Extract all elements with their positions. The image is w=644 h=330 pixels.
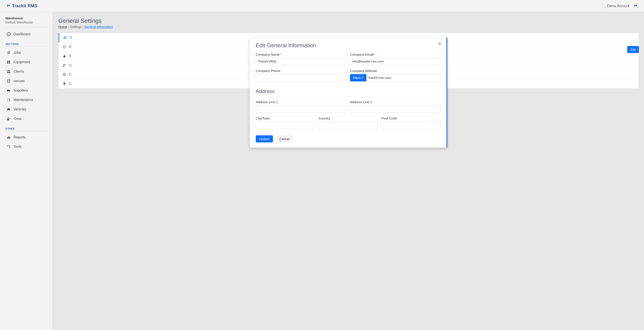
edit-button[interactable]: Edit (627, 46, 639, 53)
company-name-label: Company Name* (256, 53, 346, 57)
svg-rect-29 (64, 56, 65, 57)
city-label: City/Town (256, 116, 315, 120)
sidebar-item-venues[interactable]: venues (5, 76, 50, 86)
brand-logo-icon (6, 4, 10, 8)
edit-general-modal: ✕ Edit General Information Company Name*… (250, 37, 447, 148)
sidebar-item-suppliers[interactable]: Suppliers (5, 86, 50, 95)
svg-rect-5 (8, 53, 10, 53)
gear-icon (63, 36, 67, 40)
sidebar-item-label: Jobs (14, 51, 21, 55)
building-icon (7, 79, 10, 83)
tab-label: S (69, 54, 71, 58)
sidebar-item-jobs[interactable]: Jobs (5, 48, 50, 57)
warehouse-block: Warehouse: Default Warehouse (5, 16, 48, 27)
truck-icon (7, 89, 10, 92)
tab-label: G (70, 36, 72, 40)
page-title: General Settings (58, 18, 639, 24)
sidebar-item-crew[interactable]: Crew (5, 114, 50, 124)
svg-point-24 (8, 118, 9, 119)
svg-point-22 (8, 110, 8, 110)
city-input[interactable] (256, 122, 315, 129)
cancel-button[interactable]: Cancel (276, 135, 293, 142)
divider (602, 3, 603, 9)
svg-rect-11 (9, 62, 10, 64)
modal-title: Edit General Information (256, 42, 440, 49)
sidebar-item-reports[interactable]: Reports (5, 133, 50, 142)
sidebar-item-label: Maintenance (14, 98, 33, 102)
file-icon (62, 45, 66, 49)
lock-icon (62, 54, 66, 58)
sidebar-item-vehicles[interactable]: Vehicles (5, 105, 50, 114)
sidebar-item-label: Equipment (14, 60, 30, 64)
required-marker: * (280, 53, 281, 56)
sidebar-item-label: Vehicles (14, 107, 26, 111)
sidebar-item-maintenance[interactable]: Maintenance (5, 95, 50, 105)
list-icon (7, 51, 10, 55)
svg-rect-4 (7, 53, 8, 53)
boxes-icon (7, 60, 10, 64)
svg-rect-17 (8, 81, 8, 81)
svg-rect-7 (8, 53, 10, 54)
warehouse-label: Warehouse: (5, 16, 48, 20)
topbar: TrackIt RMS Demo Account (0, 0, 644, 12)
tools-icon (7, 98, 10, 102)
sidebar-item-equipment[interactable]: Equipment (5, 57, 50, 67)
company-phone-input[interactable] (256, 74, 346, 81)
svg-rect-27 (9, 137, 10, 139)
update-button[interactable]: Update (256, 135, 273, 142)
sidebar-item-label: Crew (14, 117, 22, 121)
collapse-button[interactable]: ‹ (50, 15, 53, 20)
svg-rect-19 (7, 90, 9, 91)
breadcrumb-settings: Settings (70, 25, 82, 29)
svg-point-20 (7, 91, 8, 92)
svg-point-28 (65, 37, 66, 38)
svg-rect-15 (8, 80, 8, 81)
svg-point-1 (8, 34, 9, 34)
sections-heading: Sections (5, 43, 48, 47)
sidebar-item-dashboard[interactable]: Dashboard (5, 30, 50, 39)
sidebar-item-label: Clients (14, 70, 24, 74)
edit-button-label: Edit (630, 48, 636, 51)
address2-input[interactable] (350, 105, 440, 113)
gear-icon (62, 73, 66, 77)
svg-rect-16 (9, 80, 9, 81)
sidebar-item-label: Dashboard (14, 32, 30, 36)
company-website-input[interactable] (366, 74, 440, 81)
sidebar-item-label: Suppliers (14, 89, 28, 92)
svg-rect-2 (7, 51, 8, 52)
user-plus-icon (7, 117, 10, 121)
breadcrumb-current[interactable]: General Information (84, 25, 113, 29)
tab-label: C (69, 82, 72, 86)
paint-icon (62, 82, 66, 86)
sidebar-item-tools[interactable]: Tools (5, 142, 50, 151)
brand[interactable]: TrackIt RMS (6, 4, 37, 8)
svg-point-23 (9, 110, 10, 110)
svg-point-30 (63, 64, 64, 65)
sidebar: ‹ Warehouse: Default Warehouse Dashboard… (0, 12, 53, 330)
svg-point-21 (9, 91, 10, 92)
company-email-input[interactable] (350, 58, 440, 65)
svg-rect-18 (9, 81, 9, 81)
website-prefix[interactable]: https:// (350, 74, 366, 81)
company-name-input[interactable] (256, 58, 346, 65)
sidebar-item-clients[interactable]: Clients (5, 67, 50, 76)
svg-point-32 (64, 74, 65, 75)
company-phone-label: Company Phone (256, 69, 346, 73)
svg-rect-8 (7, 61, 8, 62)
tab-label: A (69, 45, 71, 49)
main-content: General Settings Home › Settings › Gener… (53, 12, 644, 330)
tools-icon (7, 145, 10, 149)
sidebar-item-label: Reports (14, 135, 26, 139)
postcode-input[interactable] (382, 122, 440, 129)
brand-mini-icon (634, 4, 638, 8)
breadcrumb-home[interactable]: Home (58, 25, 67, 29)
country-label: Country (318, 116, 378, 120)
close-icon: ✕ (438, 42, 441, 45)
svg-point-31 (65, 64, 66, 65)
close-button[interactable]: ✕ (438, 41, 442, 46)
account-link[interactable]: Demo Account (607, 4, 630, 8)
country-input[interactable] (318, 122, 378, 129)
breadcrumb: Home › Settings › General Information (58, 25, 639, 29)
warehouse-value: Default Warehouse (5, 21, 48, 24)
address1-input[interactable] (256, 105, 346, 113)
